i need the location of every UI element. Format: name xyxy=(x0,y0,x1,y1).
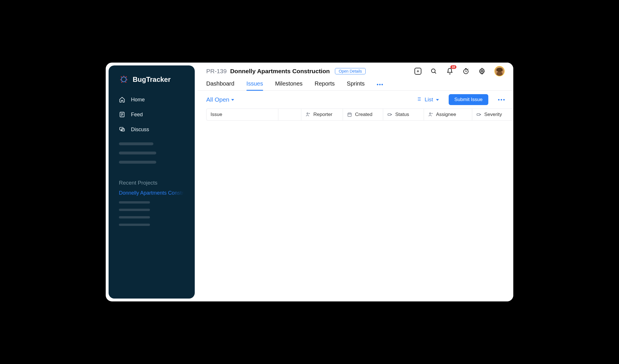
brand-name: BugTracker xyxy=(133,75,171,84)
tab-sprints[interactable]: Sprints xyxy=(347,79,365,90)
column-header-status[interactable]: Status xyxy=(383,109,424,120)
timer-button[interactable] xyxy=(462,67,470,75)
project-id: PR-139 xyxy=(206,68,227,75)
view-dropdown[interactable]: List xyxy=(416,96,439,103)
user-avatar[interactable] xyxy=(494,66,505,76)
sidebar: BugTracker Home Feed Discuss xyxy=(109,65,195,299)
main-content: PR-139 Donnelly Apartments Construction … xyxy=(198,63,513,301)
skeleton-line xyxy=(119,152,156,154)
filter-label: All Open xyxy=(206,96,230,103)
topbar: PR-139 Donnelly Apartments Construction … xyxy=(198,63,513,76)
svg-rect-12 xyxy=(477,114,480,115)
caret-down-icon xyxy=(436,99,439,101)
column-label: Severity xyxy=(484,112,502,117)
project-name: Donnelly Apartments Construction xyxy=(230,68,330,75)
topbar-actions: 10 xyxy=(414,66,505,76)
filter-dropdown[interactable]: All Open xyxy=(206,96,234,103)
dot xyxy=(501,99,502,100)
settings-button[interactable] xyxy=(478,67,486,75)
svg-point-5 xyxy=(431,69,435,73)
column-header-severity[interactable]: Severity xyxy=(472,109,513,120)
sidebar-item-home[interactable]: Home xyxy=(113,93,191,106)
project-header: PR-139 Donnelly Apartments Construction … xyxy=(206,68,366,75)
list-icon xyxy=(416,96,422,103)
skeleton-line xyxy=(119,142,153,145)
skeleton-line xyxy=(119,216,150,218)
svg-point-11 xyxy=(429,113,431,114)
submit-issue-button[interactable]: Submit Issue xyxy=(449,94,488,105)
svg-point-1 xyxy=(122,77,126,82)
add-button[interactable] xyxy=(414,68,421,75)
svg-rect-9 xyxy=(348,113,351,117)
column-label: Created xyxy=(355,112,372,117)
open-details-button[interactable]: Open Details xyxy=(335,68,366,74)
recent-projects-heading: Recent Projects xyxy=(109,180,195,186)
app-window: BugTracker Home Feed Discuss xyxy=(105,61,514,303)
sidebar-item-label: Feed xyxy=(131,112,143,118)
sidebar-item-label: Discuss xyxy=(131,127,149,133)
skeleton-line xyxy=(119,224,150,226)
sidebar-nav: Home Feed Discuss xyxy=(109,93,195,136)
svg-point-8 xyxy=(307,113,308,114)
notification-badge: 10 xyxy=(450,65,456,69)
skeleton-line xyxy=(119,161,156,164)
svg-point-7 xyxy=(481,70,483,72)
column-label: Issue xyxy=(211,112,222,117)
recent-projects-list: Donnelly Apartments Construction xyxy=(109,190,195,226)
column-header-reporter[interactable]: Reporter xyxy=(301,109,343,120)
sidebar-loading-placeholder xyxy=(109,142,195,164)
view-label: List xyxy=(425,96,433,103)
dot xyxy=(503,99,505,100)
bug-icon xyxy=(119,74,129,85)
column-label: Reporter xyxy=(313,112,332,117)
tag-icon xyxy=(387,112,392,117)
tabs-more-button[interactable] xyxy=(377,84,383,85)
search-button[interactable] xyxy=(430,67,437,75)
tab-dashboard[interactable]: Dashboard xyxy=(206,79,234,90)
project-tabs: Dashboard Issues Milestones Reports Spri… xyxy=(198,76,513,91)
issues-toolbar: All Open List Submit Issue xyxy=(198,91,513,109)
calendar-icon xyxy=(347,112,352,117)
skeleton-line xyxy=(119,209,150,211)
toolbar-more-button[interactable] xyxy=(498,99,505,100)
dot xyxy=(498,99,500,100)
sidebar-item-discuss[interactable]: Discuss xyxy=(113,123,191,136)
issues-table: Issue Reporter Created Status Assig xyxy=(198,109,513,121)
caret-down-icon xyxy=(231,99,234,101)
column-label: Status xyxy=(395,112,409,117)
notifications-button[interactable]: 10 xyxy=(446,67,454,75)
sidebar-item-feed[interactable]: Feed xyxy=(113,108,191,121)
column-header-assignee[interactable]: Assignee xyxy=(424,109,472,120)
tab-issues[interactable]: Issues xyxy=(246,79,263,90)
home-icon xyxy=(119,96,125,103)
tag-icon xyxy=(476,112,481,117)
sidebar-item-label: Home xyxy=(131,97,145,103)
column-header-created[interactable]: Created xyxy=(343,109,383,120)
column-header-issue[interactable]: Issue xyxy=(207,109,278,120)
brand-logo[interactable]: BugTracker xyxy=(109,74,195,93)
feed-icon xyxy=(119,111,125,118)
tab-milestones[interactable]: Milestones xyxy=(275,79,303,90)
person-icon xyxy=(305,112,311,117)
svg-rect-10 xyxy=(388,114,391,115)
column-label: Assignee xyxy=(436,112,456,117)
discuss-icon xyxy=(119,126,125,133)
skeleton-line xyxy=(119,201,150,204)
recent-project-link[interactable]: Donnelly Apartments Construction xyxy=(119,190,184,196)
table-header-row: Issue Reporter Created Status Assig xyxy=(206,109,513,121)
tab-reports[interactable]: Reports xyxy=(315,79,335,90)
person-icon xyxy=(428,112,433,117)
column-header-blank[interactable] xyxy=(278,109,301,120)
